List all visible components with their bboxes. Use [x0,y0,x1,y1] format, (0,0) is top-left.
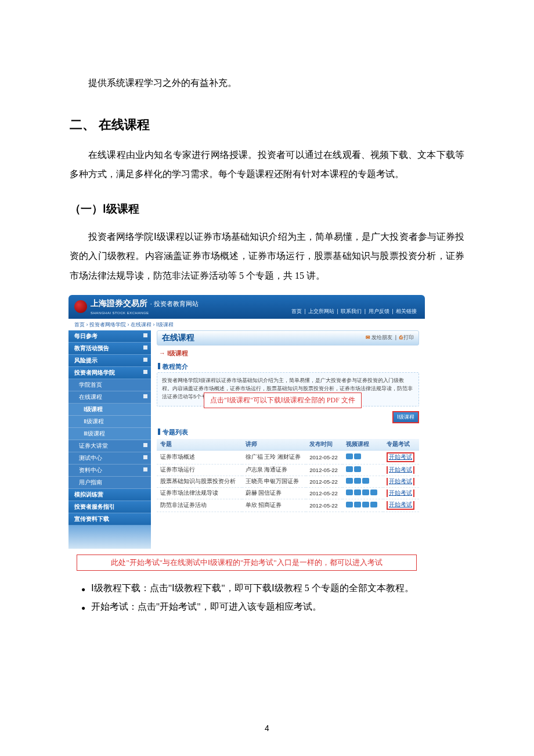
sidebar-item-sim[interactable]: 模拟训练营 [68,489,151,501]
video-chip-icon[interactable] [362,478,369,484]
cell-video[interactable] [342,476,383,487]
expand-icon [143,394,147,398]
cell-date: 2012-05-22 [306,487,342,499]
intro-continuation: 提供系统课程学习之外的有益补充。 [70,73,464,93]
cell-topic[interactable]: 证券市场概述 [157,450,242,464]
start-exam-link[interactable]: 开始考试 [389,501,412,509]
course-intro-box: 投资者网络学院Ⅰ级课程以证券市场基础知识介绍为主，简单易懂，是广大投资者参与证券… [157,372,419,406]
cell-lecturer: 蔚赫 国信证券 [242,487,306,499]
start-exam-link[interactable]: 开始考试 [389,478,412,485]
section-intro-title: 教程简介 [158,362,419,371]
sidebar-item-academy[interactable]: 投资者网络学院 [68,367,151,379]
th-lecturer: 讲师 [242,439,306,451]
video-chip-icon[interactable] [346,489,353,495]
table-row: 证券市场运行卢志泉 海通证券2012-05-22开始考试 [157,464,419,476]
mail-icon: ✉ [366,334,370,340]
sidebar-item-service[interactable]: 投资者服务指引 [68,501,151,513]
cell-date: 2012-05-22 [306,476,342,487]
video-chip-icon[interactable] [354,502,361,507]
sidebar-footer-deco [68,525,151,549]
action-send[interactable]: 发给朋友 [371,334,392,340]
cell-video[interactable] [342,464,383,476]
expand-icon [143,333,147,337]
sidebar-sub-material[interactable]: 资料中心 [68,465,151,477]
sidebar-sub-level1[interactable]: Ⅰ级课程 [68,404,151,416]
video-chip-icon[interactable] [354,453,361,459]
video-chip-icon[interactable] [346,478,353,484]
cell-video[interactable] [342,499,383,512]
top-link-bar: 首页 | 上交所网站 | 联系我们 | 用户反馈 | 相关链接 [290,308,418,315]
sse-logo-icon [74,300,87,313]
cell-exam: 开始考试 [383,499,419,512]
video-chip-icon[interactable] [362,502,369,507]
page-number: 4 [0,723,534,733]
sidebar-sub-guide[interactable]: 用户指南 [68,477,151,489]
th-exam: 专题考试 [383,439,419,451]
expand-icon [143,345,147,350]
cell-lecturer: 王晓亮 申银万国证券 [242,476,306,487]
video-chip-icon[interactable] [354,478,361,484]
sidebar-sub-online[interactable]: 在线课程 [68,391,151,404]
main-title-bar: 在线课程 ✉发给朋友 | ⎙打印 [157,330,419,345]
cell-lecturer: 卢志泉 海通证券 [242,464,306,476]
sidebar-sub-lecture[interactable]: 证券大讲堂 [68,440,151,452]
breadcrumb: 首页 › 投资者网络学院 › 在线课程 › Ⅰ级课程 [68,319,425,330]
sidebar-sub-home[interactable]: 学院首页 [68,379,151,391]
sidebar-sub-level3[interactable]: Ⅲ级课程 [68,428,151,440]
video-chip-icon[interactable] [346,466,353,472]
toplink-contact[interactable]: 联系我们 [341,308,362,314]
video-chip-icon[interactable] [370,489,377,495]
site-brand-en: SHANGHAI STOCK EXCHANGE [91,311,149,315]
toplink-sse[interactable]: 上交所网站 [308,308,334,314]
action-print[interactable]: 打印 [403,334,414,340]
level1-course-paragraph: 投资者网络学院Ⅰ级课程以证券市场基础知识介绍为主，简单易懂，是广大投资者参与证券… [70,227,464,286]
video-chip-icon[interactable] [362,489,369,495]
cell-topic[interactable]: 股票基础知识与股票投资分析 [157,476,242,487]
table-row: 防范非法证券活动单欣 招商证券2012-05-22开始考试 [157,499,419,512]
download-level1-button[interactable]: Ⅰ级课程 [392,411,419,423]
sidebar-sub-test[interactable]: 测试中心 [68,452,151,465]
bullet-download: Ⅰ级教程下载：点击"Ⅰ级教程下载"，即可下载Ⅰ级教程 5 个专题的全部文本教程。 [91,579,464,597]
cell-video[interactable] [342,450,383,464]
video-chip-icon[interactable] [346,502,353,507]
section-list-title: 专题列表 [158,428,419,437]
start-exam-link[interactable]: 开始考试 [389,453,412,461]
print-icon: ⎙ [399,334,402,340]
video-chip-icon[interactable] [354,466,361,472]
table-row: 证券市场概述徐广福 王玲 湘财证券2012-05-22开始考试 [157,450,419,464]
th-topic: 专题 [157,439,242,451]
sidebar-item-events[interactable]: 教育活动预告 [68,343,151,355]
expand-icon [143,455,147,459]
heading-online-courses: 二、 在线课程 [70,116,464,134]
expand-icon [143,370,147,374]
cell-exam: 开始考试 [383,450,419,464]
toplink-related[interactable]: 相关链接 [396,308,417,314]
main-title: 在线课程 [162,333,194,343]
cell-lecturer: 徐广福 王玲 湘财证券 [242,450,306,464]
table-row: 证券市场法律法规导读蔚赫 国信证券2012-05-22开始考试 [157,487,419,499]
sidebar-item-risk[interactable]: 风险提示 [68,355,151,367]
cell-video[interactable] [342,487,383,499]
sidebar-sub-level2[interactable]: Ⅱ级课程 [68,416,151,428]
cell-topic[interactable]: 防范非法证券活动 [157,499,242,512]
start-exam-link[interactable]: 开始考试 [389,489,412,497]
start-exam-link[interactable]: 开始考试 [389,466,412,474]
video-chip-icon[interactable] [354,489,361,495]
bullet-list: Ⅰ级教程下载：点击"Ⅰ级教程下载"，即可下载Ⅰ级教程 5 个专题的全部文本教程。… [70,579,464,616]
video-chip-icon[interactable] [346,453,353,459]
video-chip-icon[interactable] [370,502,377,507]
annotation-start-exam: 此处"开始考试"与在线测试中Ⅰ级课程的"开始考试"入口是一样的，都可以进入考试 [77,555,417,571]
sidebar-item-daily[interactable]: 每日参考 [68,330,151,343]
cell-exam: 开始考试 [383,476,419,487]
cell-topic[interactable]: 证券市场运行 [157,464,242,476]
cell-topic[interactable]: 证券市场法律法规导读 [157,487,242,499]
current-course-label: → Ⅰ级课程 [159,349,419,358]
expand-icon [143,358,147,362]
sidebar: 每日参考 教育活动预告 风险提示 投资者网络学院 学院首页 在线课程 Ⅰ级课程 … [68,330,151,549]
main-panel: 在线课程 ✉发给朋友 | ⎙打印 → Ⅰ级课程 教程简介 投资者网络学院Ⅰ级课程… [151,330,425,549]
sidebar-item-download[interactable]: 宣传资料下载 [68,513,151,525]
toplink-home[interactable]: 首页 [291,308,302,314]
bullet-start-exam: 开始考试：点击"开始考试"，即可进入该专题相应考试。 [91,597,464,616]
toplink-feedback[interactable]: 用户反馈 [369,308,389,314]
th-video: 视频课程 [342,439,383,451]
